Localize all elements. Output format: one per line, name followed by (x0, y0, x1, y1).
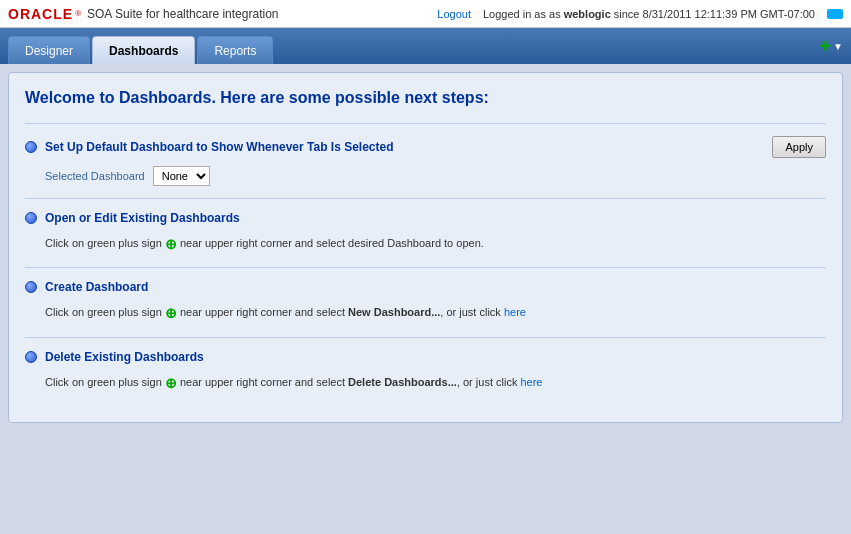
section-title-2: Open or Edit Existing Dashboards (45, 211, 240, 225)
welcome-card: Welcome to Dashboards. Here are some pos… (8, 72, 843, 423)
header: ORACLE ® SOA Suite for healthcare integr… (0, 0, 851, 28)
section-setup-default: Set Up Default Dashboard to Show Wheneve… (25, 123, 826, 198)
create-here-link[interactable]: here (504, 307, 526, 319)
section-delete-header: Delete Existing Dashboards (25, 350, 826, 364)
section-bullet-1 (25, 141, 37, 153)
app-title: SOA Suite for healthcare integration (87, 7, 278, 21)
toolbar-right: + ▼ (819, 36, 843, 56)
section-setup-header: Set Up Default Dashboard to Show Wheneve… (25, 140, 394, 154)
dashboard-select[interactable]: None (153, 166, 210, 186)
section-delete-body: Click on green plus sign ⊕ near upper ri… (45, 372, 826, 394)
section-title-1: Set Up Default Dashboard to Show Wheneve… (45, 140, 394, 154)
tab-reports-label: Reports (214, 44, 256, 58)
section-bullet-4 (25, 351, 37, 363)
tab-dashboards-label: Dashboards (109, 44, 178, 58)
section-title-3: Create Dashboard (45, 280, 148, 294)
trademark-symbol: ® (75, 9, 81, 18)
delete-here-link[interactable]: here (520, 376, 542, 388)
tab-bar: Designer Dashboards Reports + ▼ (0, 28, 851, 64)
connection-indicator (827, 9, 843, 19)
oracle-wordmark: ORACLE (8, 6, 73, 22)
section-open-edit-header: Open or Edit Existing Dashboards (25, 211, 826, 225)
tab-dashboards[interactable]: Dashboards (92, 36, 195, 64)
tab-designer-label: Designer (25, 44, 73, 58)
plus-icon-4: ⊕ (165, 375, 177, 391)
new-dashboard-bold: New Dashboard... (348, 307, 440, 319)
section-delete: Delete Existing Dashboards Click on gree… (25, 337, 826, 406)
tab-reports[interactable]: Reports (197, 36, 273, 64)
add-button[interactable]: + (819, 36, 831, 56)
selected-dashboard-label: Selected Dashboard (45, 170, 145, 182)
plus-icon-3: ⊕ (165, 305, 177, 321)
section-open-edit: Open or Edit Existing Dashboards Click o… (25, 198, 826, 267)
header-right: Logout Logged in as as weblogic since 8/… (437, 8, 843, 20)
section-open-edit-body: Click on green plus sign ⊕ near upper ri… (45, 233, 826, 255)
tab-designer[interactable]: Designer (8, 36, 90, 64)
setup-default-row: Set Up Default Dashboard to Show Wheneve… (25, 136, 826, 158)
header-left: ORACLE ® SOA Suite for healthcare integr… (8, 6, 278, 22)
oracle-logo: ORACLE ® (8, 6, 81, 22)
section-bullet-2 (25, 212, 37, 224)
selected-dashboard-row: Selected Dashboard None (45, 166, 826, 186)
section-create-header: Create Dashboard (25, 280, 826, 294)
plus-icon-2: ⊕ (165, 236, 177, 252)
section-create: Create Dashboard Click on green plus sig… (25, 267, 826, 336)
apply-button[interactable]: Apply (772, 136, 826, 158)
welcome-title: Welcome to Dashboards. Here are some pos… (25, 89, 826, 107)
add-dropdown-arrow[interactable]: ▼ (833, 41, 843, 52)
section-bullet-3 (25, 281, 37, 293)
section-create-body: Click on green plus sign ⊕ near upper ri… (45, 302, 826, 324)
login-status: Logged in as as weblogic since 8/31/2011… (483, 8, 815, 20)
section-title-4: Delete Existing Dashboards (45, 350, 204, 364)
logout-link[interactable]: Logout (437, 8, 471, 20)
main-content: Welcome to Dashboards. Here are some pos… (0, 64, 851, 534)
delete-dashboards-bold: Delete Dashboards... (348, 376, 457, 388)
username: weblogic (564, 8, 611, 20)
